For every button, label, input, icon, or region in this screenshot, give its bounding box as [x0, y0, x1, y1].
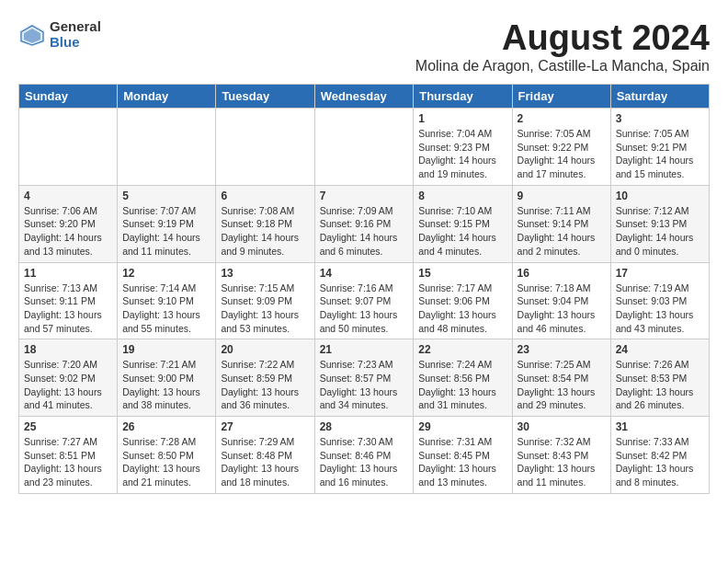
day-number: 21	[320, 343, 409, 356]
weekday-header-saturday: Saturday	[610, 85, 709, 109]
day-info: Daylight: 13 hours and 13 minutes.	[418, 462, 506, 488]
calendar-day-20: 20Sunrise: 7:22 AMSunset: 8:59 PMDayligh…	[216, 339, 314, 417]
calendar-week-row: 1Sunrise: 7:04 AMSunset: 9:23 PMDaylight…	[19, 109, 710, 186]
day-info: Sunset: 8:59 PM	[221, 372, 309, 385]
day-info: Daylight: 13 hours and 18 minutes.	[221, 462, 309, 488]
day-info: Daylight: 14 hours and 11 minutes.	[122, 231, 210, 258]
day-info: Sunrise: 7:06 AM	[24, 204, 112, 218]
day-info: Sunset: 8:45 PM	[418, 449, 506, 463]
day-info: Sunrise: 7:17 AM	[418, 282, 506, 295]
day-info: Daylight: 14 hours and 2 minutes.	[518, 231, 606, 258]
day-info: Daylight: 13 hours and 16 minutes.	[320, 462, 409, 488]
day-number: 20	[221, 343, 309, 356]
day-info: Sunset: 9:14 PM	[518, 217, 606, 231]
calendar-empty-cell	[216, 109, 314, 186]
title-block: August 2024 Molina de Aragon, Castille-L…	[415, 18, 710, 75]
day-info: Daylight: 14 hours and 17 minutes.	[518, 154, 606, 180]
day-info: Daylight: 13 hours and 34 minutes.	[320, 385, 409, 412]
calendar-day-27: 27Sunrise: 7:29 AMSunset: 8:48 PMDayligh…	[216, 417, 314, 494]
day-number: 6	[221, 190, 309, 202]
day-info: Sunrise: 7:30 AM	[320, 435, 409, 449]
day-info: Sunrise: 7:09 AM	[320, 204, 409, 218]
day-info: Daylight: 13 hours and 21 minutes.	[122, 462, 210, 488]
day-info: Daylight: 14 hours and 13 minutes.	[24, 231, 112, 258]
day-info: Sunset: 9:18 PM	[221, 217, 309, 231]
weekday-header-tuesday: Tuesday	[216, 85, 314, 109]
logo-text: General Blue	[50, 18, 101, 50]
day-info: Sunset: 8:53 PM	[616, 372, 704, 385]
day-number: 1	[418, 112, 506, 125]
day-number: 25	[24, 420, 112, 433]
day-number: 8	[418, 190, 506, 202]
day-info: Daylight: 14 hours and 6 minutes.	[320, 231, 409, 258]
day-info: Sunrise: 7:29 AM	[221, 435, 309, 449]
day-info: Daylight: 13 hours and 31 minutes.	[418, 385, 506, 412]
day-info: Daylight: 14 hours and 15 minutes.	[616, 154, 704, 180]
calendar-week-row: 18Sunrise: 7:20 AMSunset: 9:02 PMDayligh…	[19, 339, 710, 417]
day-info: Sunset: 9:23 PM	[418, 141, 506, 155]
calendar-week-row: 25Sunrise: 7:27 AMSunset: 8:51 PMDayligh…	[19, 417, 710, 494]
day-number: 17	[616, 267, 704, 280]
day-info: Daylight: 13 hours and 53 minutes.	[221, 308, 309, 335]
calendar-day-9: 9Sunrise: 7:11 AMSunset: 9:14 PMDaylight…	[512, 185, 610, 262]
day-info: Sunset: 9:03 PM	[616, 294, 704, 308]
day-number: 29	[418, 420, 506, 433]
day-number: 22	[418, 343, 506, 356]
day-info: Daylight: 13 hours and 38 minutes.	[122, 385, 210, 412]
location-title: Molina de Aragon, Castille-La Mancha, Sp…	[415, 58, 710, 75]
day-number: 3	[616, 112, 704, 125]
day-info: Sunset: 8:57 PM	[320, 372, 409, 385]
day-info: Daylight: 13 hours and 43 minutes.	[616, 308, 704, 335]
day-number: 27	[221, 420, 309, 433]
calendar-day-29: 29Sunrise: 7:31 AMSunset: 8:45 PMDayligh…	[414, 417, 512, 494]
day-info: Sunrise: 7:05 AM	[518, 127, 606, 141]
weekday-header-row: SundayMondayTuesdayWednesdayThursdayFrid…	[19, 85, 710, 109]
calendar-day-28: 28Sunrise: 7:30 AMSunset: 8:46 PMDayligh…	[314, 417, 414, 494]
day-number: 9	[518, 190, 606, 202]
calendar-day-4: 4Sunrise: 7:06 AMSunset: 9:20 PMDaylight…	[19, 185, 118, 262]
day-info: Sunset: 9:07 PM	[320, 294, 409, 308]
logo-blue: Blue	[50, 34, 101, 50]
day-info: Daylight: 14 hours and 9 minutes.	[221, 231, 309, 258]
day-number: 14	[320, 267, 409, 280]
weekday-header-friday: Friday	[512, 85, 610, 109]
day-info: Sunrise: 7:15 AM	[221, 282, 309, 295]
weekday-header-sunday: Sunday	[19, 85, 118, 109]
calendar-day-13: 13Sunrise: 7:15 AMSunset: 9:09 PMDayligh…	[216, 262, 314, 339]
day-info: Sunrise: 7:25 AM	[518, 358, 606, 372]
calendar-day-15: 15Sunrise: 7:17 AMSunset: 9:06 PMDayligh…	[414, 262, 512, 339]
day-info: Daylight: 13 hours and 57 minutes.	[24, 308, 112, 335]
day-info: Daylight: 13 hours and 50 minutes.	[320, 308, 409, 335]
day-info: Sunrise: 7:04 AM	[418, 127, 506, 141]
calendar-day-26: 26Sunrise: 7:28 AMSunset: 8:50 PMDayligh…	[118, 417, 216, 494]
calendar-day-18: 18Sunrise: 7:20 AMSunset: 9:02 PMDayligh…	[19, 339, 118, 417]
day-info: Sunset: 9:21 PM	[616, 141, 704, 155]
day-number: 7	[320, 190, 409, 202]
day-info: Sunrise: 7:21 AM	[122, 358, 210, 372]
day-info: Daylight: 13 hours and 26 minutes.	[616, 385, 704, 412]
day-number: 31	[616, 420, 704, 433]
day-info: Daylight: 13 hours and 46 minutes.	[518, 308, 606, 335]
day-info: Sunset: 9:20 PM	[24, 217, 112, 231]
day-info: Daylight: 13 hours and 23 minutes.	[24, 462, 112, 488]
day-info: Daylight: 13 hours and 36 minutes.	[221, 385, 309, 412]
month-title: August 2024	[415, 18, 710, 58]
day-number: 19	[122, 343, 210, 356]
calendar-day-21: 21Sunrise: 7:23 AMSunset: 8:57 PMDayligh…	[314, 339, 414, 417]
calendar-day-6: 6Sunrise: 7:08 AMSunset: 9:18 PMDaylight…	[216, 185, 314, 262]
day-number: 5	[122, 190, 210, 202]
logo-icon	[18, 20, 46, 48]
day-number: 12	[122, 267, 210, 280]
day-info: Sunrise: 7:23 AM	[320, 358, 409, 372]
day-info: Sunset: 9:02 PM	[24, 372, 112, 385]
day-info: Daylight: 13 hours and 11 minutes.	[518, 462, 606, 488]
day-info: Sunrise: 7:18 AM	[518, 282, 606, 295]
day-info: Sunrise: 7:28 AM	[122, 435, 210, 449]
day-number: 15	[418, 267, 506, 280]
day-info: Sunset: 9:06 PM	[418, 294, 506, 308]
day-number: 11	[24, 267, 112, 280]
day-info: Sunset: 8:46 PM	[320, 449, 409, 463]
day-info: Sunrise: 7:12 AM	[616, 204, 704, 218]
day-info: Sunset: 9:15 PM	[418, 217, 506, 231]
logo: General Blue	[18, 18, 101, 50]
